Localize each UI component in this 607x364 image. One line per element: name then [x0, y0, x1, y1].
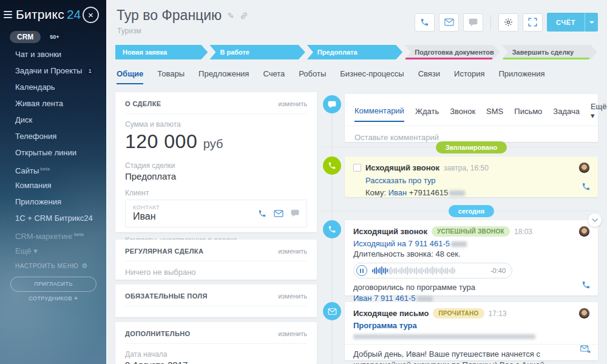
composer-tab-letter[interactable]: Письмо [514, 107, 542, 121]
divider [125, 306, 307, 306]
call-contact-link[interactable]: Иван 7 911 461-5 [353, 294, 416, 303]
to-phone: +79114615 [409, 188, 448, 197]
sidebar-item-apps[interactable]: Приложения [15, 194, 101, 210]
composer-tab-sms[interactable]: SMS [486, 107, 503, 121]
composer-tab-more[interactable]: Ещё ▾ [591, 102, 607, 126]
call-waveform[interactable] [372, 265, 486, 276]
sidebar-item-crm[interactable]: CRM [10, 31, 41, 43]
call-duration: Длительность звонка: 48 сек. [353, 249, 589, 258]
sidebar-item-more[interactable]: Ещё ▾ [15, 243, 101, 259]
hamburger-menu-icon[interactable] [4, 9, 12, 20]
entry-time: 18:03 [514, 228, 532, 236]
fullscreen-button[interactable] [523, 13, 543, 32]
settings-button[interactable] [498, 13, 518, 32]
email-entry: Исходящее письмо ПРОЧИТАНО 17:13 Програм… [345, 302, 598, 360]
stage-close-deal[interactable]: Завершить сделку [502, 45, 597, 59]
stage-prepayment[interactable]: Предоплата [307, 45, 402, 59]
call-marker-icon [323, 220, 341, 238]
invoice-button[interactable]: СЧЁТ [547, 13, 598, 32]
email-button[interactable] [439, 13, 459, 32]
required-fields-card: ОБЯЗАТЕЛЬНЫЕ ПОЛЯ изменить [115, 285, 317, 317]
redacted-phone [449, 190, 465, 196]
composer-tab-task[interactable]: Задача [553, 107, 580, 121]
edit-title-icon[interactable]: ✎ [227, 11, 234, 21]
deal-pipeline: Новая заявка В работе Предоплата Подгото… [115, 45, 597, 59]
stage-documents[interactable]: Подготовка документов [404, 45, 500, 59]
tab-relations[interactable]: Связи [418, 69, 440, 84]
collapse-chevron-button[interactable] [588, 214, 602, 227]
sidebar-item-feed[interactable]: Живая лента [15, 95, 101, 112]
link-icon[interactable] [240, 12, 248, 20]
stage-new-request[interactable]: Новая заявка [115, 45, 208, 59]
sidebar-close-button[interactable]: × [83, 7, 99, 23]
edit-regular-link[interactable]: изменить [278, 248, 307, 255]
tab-applications[interactable]: Приложения [499, 69, 545, 84]
nothing-selected-note: Ничего не выбрано [115, 261, 317, 283]
brand-logo-number: 24 [67, 7, 81, 22]
call-direction-link[interactable]: Исходящий на 7 911 461-5 [353, 239, 450, 248]
beta-label: beta [40, 166, 50, 172]
divider [490, 15, 491, 30]
planned-call-marker-icon [323, 157, 341, 175]
sidebar-item-company[interactable]: Компания [15, 177, 101, 194]
edit-required-link[interactable]: изменить [278, 292, 307, 300]
contact-chat-icon[interactable] [291, 209, 299, 217]
tab-quotes[interactable]: Предложения [198, 69, 249, 84]
sidebar-item-crm-marketing[interactable]: CRM-маркетингbeta [15, 226, 101, 243]
additional-card: ДОПОЛНИТЕЛЬНО изменить Дата начала 9 Авг… [115, 322, 317, 364]
chat-button[interactable] [463, 13, 483, 32]
sidebar-item-1c-crm[interactable]: 1С + CRM Битрикс24 [15, 210, 101, 226]
sidebar-item-openlines[interactable]: Открытые линии [15, 144, 101, 161]
redacted-email-address [353, 334, 535, 339]
start-date-label: Дата начала [125, 350, 307, 359]
callback-icon[interactable] [582, 280, 591, 289]
composer-tab-comment[interactable]: Комментарий [354, 106, 404, 122]
sidebar-nav: Чат и звонки Задачи и Проекты1 Календарь… [15, 46, 101, 259]
sidebar-item-sites[interactable]: Сайтыbeta [15, 161, 101, 177]
chevron-down-icon: ▾ [33, 246, 38, 255]
sidebar-item-tasks[interactable]: Задачи и Проекты1 [15, 62, 101, 79]
contact-card[interactable]: КОНТАКТ Иван [125, 200, 307, 228]
contact-name: Иван [133, 211, 160, 222]
contact-email-icon[interactable] [274, 210, 283, 217]
contact-call-icon[interactable] [258, 209, 266, 218]
email-marker-icon [323, 302, 341, 320]
entry-time: 17:13 [489, 309, 507, 318]
sidebar-item-drive[interactable]: Диск [15, 112, 101, 128]
edit-additional-link[interactable]: изменить [278, 330, 307, 337]
call-subject-link[interactable]: Рассказать про тур [365, 176, 436, 185]
entry-title: Исходящий звонок [353, 227, 427, 236]
composer-tab-call[interactable]: Звонок [450, 107, 475, 121]
tab-history[interactable]: История [454, 69, 484, 84]
audio-player: -0:40 [353, 263, 512, 278]
invoice-dropdown-caret[interactable] [585, 13, 598, 32]
tab-products[interactable]: Товары [157, 69, 185, 84]
email-body-text: Добрый день, Иван! Ваше путешествие начн… [353, 349, 544, 364]
edit-about-link[interactable]: изменить [278, 100, 307, 107]
callback-icon[interactable] [582, 182, 591, 191]
tab-business-processes[interactable]: Бизнес-процессы [340, 69, 404, 84]
email-status-badge: ПРОЧИТАНО [433, 308, 484, 318]
sidebar-item-calendar[interactable]: Календарь [15, 79, 101, 95]
amount-label: Сумма и валюта [125, 120, 307, 129]
client-label: Клиент [125, 189, 307, 197]
to-contact-link[interactable]: Иван [388, 188, 407, 197]
email-subject-link[interactable]: Программа тура [353, 321, 417, 330]
pause-button[interactable] [356, 265, 367, 276]
avatar [579, 226, 589, 237]
sidebar-item-telephony[interactable]: Телефония [15, 128, 101, 144]
complete-checkbox[interactable] [353, 164, 361, 172]
composer-tab-wait[interactable]: Ждать [415, 107, 439, 121]
tab-robots[interactable]: Роботы [299, 69, 326, 84]
stage-in-progress[interactable]: В работе [209, 45, 305, 59]
tab-invoices[interactable]: Счета [263, 69, 285, 84]
page-title: Тур во Францию [117, 7, 222, 24]
entry-title: Исходящий звонок [365, 163, 439, 172]
sidebar-item-chat[interactable]: Чат и звонки [15, 46, 101, 62]
plus-icon: + [74, 294, 78, 302]
configure-menu-button[interactable]: НАСТРОИТЬ МЕНЮ⚙ [15, 262, 88, 270]
call-button[interactable] [415, 13, 435, 32]
invite-employees-button[interactable]: ПРИГЛАСИТЬ СОТРУДНИКОВ+ [10, 277, 97, 292]
tab-general[interactable]: Общие [117, 69, 143, 84]
reply-email-icon[interactable] [580, 345, 591, 353]
